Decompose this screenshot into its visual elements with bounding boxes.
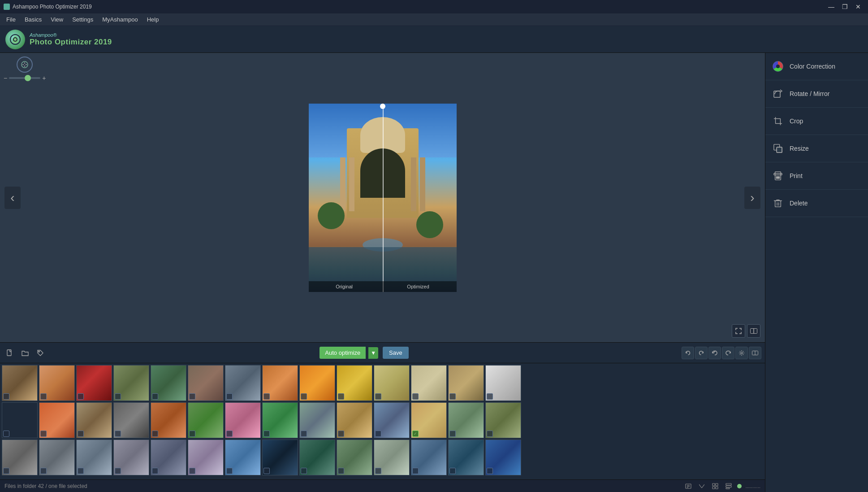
- menu-file[interactable]: File: [2, 14, 20, 25]
- thumbnail-15[interactable]: [2, 402, 38, 438]
- thumb-check-4[interactable]: [115, 393, 121, 400]
- status-btn-list[interactable]: [724, 481, 734, 491]
- thumb-check-17[interactable]: [78, 431, 84, 437]
- settings-button[interactable]: [735, 347, 748, 359]
- thumb-check-10[interactable]: [338, 393, 344, 400]
- split-handle[interactable]: [380, 104, 385, 109]
- thumbnail-38[interactable]: [337, 440, 372, 475]
- thumbnail-7[interactable]: [225, 365, 261, 401]
- thumb-check-7[interactable]: [226, 393, 233, 400]
- thumbnail-20[interactable]: [188, 402, 224, 438]
- thumb-check-18[interactable]: [115, 431, 121, 437]
- thumbnail-29[interactable]: [2, 440, 38, 475]
- thumb-check-35[interactable]: [226, 468, 233, 474]
- sidebar-item-delete[interactable]: Delete: [765, 190, 868, 217]
- sidebar-item-rotate-mirror[interactable]: Rotate / Mirror: [765, 80, 868, 108]
- thumbnail-42[interactable]: [485, 440, 521, 475]
- thumb-check-8[interactable]: [263, 393, 270, 400]
- thumb-check-9[interactable]: [301, 393, 307, 400]
- thumb-check-3[interactable]: [78, 393, 84, 400]
- redo2-button[interactable]: [722, 347, 734, 359]
- thumb-check-20[interactable]: [189, 431, 195, 437]
- thumb-check-34[interactable]: [189, 468, 195, 474]
- thumbnail-16[interactable]: [39, 402, 75, 438]
- undo2-button[interactable]: [708, 347, 721, 359]
- thumb-check-27[interactable]: [449, 431, 456, 437]
- thumb-check-26[interactable]: ✓: [412, 431, 419, 437]
- status-expand-button[interactable]: [697, 481, 707, 491]
- thumb-check-5[interactable]: [152, 393, 158, 400]
- status-btn-grid[interactable]: [710, 481, 720, 491]
- thumbnail-41[interactable]: [448, 440, 484, 475]
- undo-button[interactable]: [682, 347, 694, 359]
- zoom-circle[interactable]: [17, 57, 33, 73]
- thumbnail-3[interactable]: [76, 365, 112, 401]
- save-button[interactable]: Save: [383, 347, 409, 359]
- thumbnail-13[interactable]: [448, 365, 484, 401]
- thumbnail-18[interactable]: [113, 402, 149, 438]
- view-toggle-button[interactable]: [749, 347, 761, 359]
- thumbnail-30[interactable]: [39, 440, 75, 475]
- thumb-check-6[interactable]: [189, 393, 195, 400]
- thumbnail-9[interactable]: [299, 365, 335, 401]
- auto-optimize-dropdown[interactable]: ▼: [368, 347, 378, 359]
- menu-help[interactable]: Help: [143, 14, 164, 25]
- thumb-check-12[interactable]: [412, 393, 419, 400]
- thumbnail-40[interactable]: [411, 440, 447, 475]
- thumbnail-5[interactable]: [151, 365, 186, 401]
- prev-image-button[interactable]: ‹: [4, 187, 21, 209]
- thumbnail-19[interactable]: [151, 402, 186, 438]
- thumbnail-39[interactable]: [374, 440, 410, 475]
- thumb-check-23[interactable]: [301, 431, 307, 437]
- sidebar-item-color-correction[interactable]: Color Correction: [765, 53, 868, 80]
- thumbnail-2[interactable]: [39, 365, 75, 401]
- close-button[interactable]: ✕: [852, 2, 864, 12]
- zoom-plus[interactable]: +: [42, 74, 46, 82]
- tag-button[interactable]: [34, 347, 47, 359]
- thumb-check-24[interactable]: [338, 431, 344, 437]
- thumb-check-33[interactable]: [152, 468, 158, 474]
- status-btn-1[interactable]: [683, 481, 693, 491]
- thumb-check-37[interactable]: [301, 468, 307, 474]
- redo-button[interactable]: [695, 347, 708, 359]
- thumbnail-21[interactable]: [225, 402, 261, 438]
- restore-button[interactable]: ❐: [838, 2, 851, 12]
- open-folder-button[interactable]: [19, 347, 31, 359]
- thumbnail-37[interactable]: [299, 440, 335, 475]
- thumb-check-38[interactable]: [338, 468, 344, 474]
- thumbnail-11[interactable]: [374, 365, 410, 401]
- fullscreen-button[interactable]: [732, 324, 745, 338]
- thumbnail-33[interactable]: [151, 440, 186, 475]
- sidebar-item-resize[interactable]: Resize: [765, 135, 868, 162]
- thumbnail-17[interactable]: [76, 402, 112, 438]
- thumbnail-34[interactable]: [188, 440, 224, 475]
- thumbnail-25[interactable]: [374, 402, 410, 438]
- thumbnail-6[interactable]: [188, 365, 224, 401]
- thumbnail-14[interactable]: [485, 365, 521, 401]
- thumb-check-40[interactable]: [412, 468, 419, 474]
- thumbnail-36[interactable]: [262, 440, 298, 475]
- menu-myashampoo[interactable]: MyAshampoo: [98, 14, 142, 25]
- auto-optimize-button[interactable]: Auto optimize: [320, 347, 366, 359]
- thumbnail-23[interactable]: [299, 402, 335, 438]
- thumb-check-25[interactable]: [375, 431, 381, 437]
- zoom-slider[interactable]: [9, 77, 40, 79]
- thumb-check-41[interactable]: [449, 468, 456, 474]
- thumbnail-4[interactable]: [113, 365, 149, 401]
- thumb-check-19[interactable]: [152, 431, 158, 437]
- zoom-minus[interactable]: −: [4, 74, 7, 82]
- thumbnail-27[interactable]: [448, 402, 484, 438]
- thumbnail-26[interactable]: ✓: [411, 402, 447, 438]
- new-file-button[interactable]: [4, 347, 16, 359]
- split-view-button[interactable]: [747, 324, 760, 338]
- sidebar-item-print[interactable]: Print: [765, 162, 868, 190]
- thumb-check-32[interactable]: [115, 468, 121, 474]
- thumbnail-12[interactable]: [411, 365, 447, 401]
- split-line[interactable]: [383, 104, 384, 292]
- thumbnail-24[interactable]: [337, 402, 372, 438]
- menu-view[interactable]: View: [46, 14, 68, 25]
- thumb-check-22[interactable]: [263, 431, 270, 437]
- thumbnail-35[interactable]: [225, 440, 261, 475]
- menu-settings[interactable]: Settings: [68, 14, 98, 25]
- menu-basics[interactable]: Basics: [20, 14, 46, 25]
